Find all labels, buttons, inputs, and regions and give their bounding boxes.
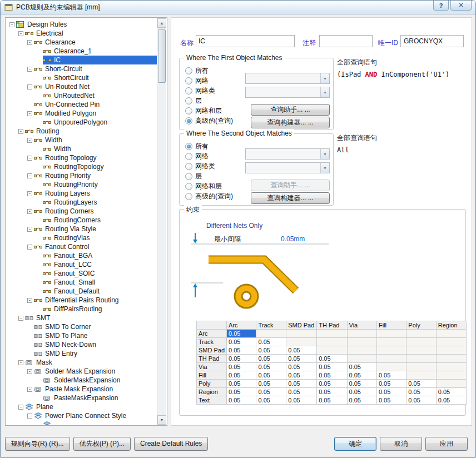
tree-item-content[interactable]: RoutingVias [43,233,157,242]
collapse-icon[interactable]: - [18,405,23,410]
collapse-icon[interactable]: - [27,67,32,72]
tree-item-plane[interactable]: -Plane [7,402,157,411]
tree-item-routing-layers[interactable]: -Routing Layers [7,189,157,198]
radio-option-1[interactable]: 网络 [185,76,233,86]
tree-item-content[interactable]: Fanout_SOIC [43,269,157,278]
tree-item-smd-entry[interactable]: SMD Entry [7,349,157,358]
tree-item-content[interactable]: SMT [25,313,157,322]
tree-item-un-connected-pin[interactable]: Un-Connected Pin [7,100,157,109]
tree-item-content[interactable]: UnpouredPolygon [43,118,157,127]
tree-item-smd-neck-down[interactable]: SMD Neck-Down [7,340,157,349]
collapse-icon[interactable]: - [27,138,32,143]
tree-item-power-plane-connect-style[interactable]: -Power Plane Connect Style [7,411,157,420]
tree-item-content[interactable]: RoutingCorners [43,216,157,225]
collapse-icon[interactable]: - [27,40,32,45]
radio-option-2[interactable]: 网络类 [185,86,233,96]
tree-item-content[interactable]: Routing Via Style [34,225,157,233]
radio-option-0[interactable]: 所有 [185,141,233,151]
collapse-icon[interactable]: - [27,227,32,232]
first-query-helper-button[interactable]: 查询助手... ... [251,104,330,116]
tree-item-content[interactable]: IC [43,56,157,64]
matrix-cell-text-arc[interactable]: 0.05 [227,396,256,405]
matrix-cell-region-arc[interactable]: 0.05 [227,388,256,396]
close-button[interactable]: ✕ [450,1,472,11]
tree-item-routing[interactable]: -Routing [7,127,157,136]
tree-item-content[interactable]: Plane [25,402,157,411]
collapse-icon[interactable]: - [18,31,23,36]
name-input[interactable] [196,35,295,47]
tree-item-content[interactable]: Paste Mask Expansion [34,385,157,394]
radio-icon[interactable] [185,163,192,170]
radio-option-5[interactable]: 高级的(查询) [185,116,233,126]
tree-item-routingpriority[interactable]: RoutingPriority [7,180,157,189]
matrix-cell-poly-smd-pad[interactable]: 0.05 [286,380,317,388]
tree-item-content[interactable]: UnRoutedNet [43,91,157,100]
create-default-rules-button[interactable]: Create Default Rules [134,437,208,451]
tree-item-routing-via-style[interactable]: -Routing Via Style [7,225,157,233]
tree-item-fanout-lcc[interactable]: Fanout_LCC [7,260,157,269]
tree-item-content[interactable]: Un-Routed Net [34,82,157,91]
matrix-cell-th-pad-arc[interactable]: 0.05 [227,355,256,363]
tree-item-content[interactable]: SMD Entry [34,349,157,358]
matrix-cell-region-track[interactable]: 0.05 [256,388,286,396]
tree-item-paste-mask-expansion[interactable]: -Paste Mask Expansion [7,385,157,394]
tree-item-content[interactable]: RoutingTopology [43,162,157,171]
collapse-icon[interactable]: - [27,156,32,161]
collapse-icon[interactable]: - [27,209,32,214]
radio-option-3[interactable]: 层 [185,171,233,181]
radio-option-4[interactable]: 网络和层 [185,181,233,191]
tree-item-clearance[interactable]: -Clearance [7,38,157,47]
second-query-builder-button[interactable]: 查询构建器... ... [251,192,330,204]
tree-item-un-routed-net[interactable]: -Un-Routed Net [7,82,157,91]
tree-item-fanout-small[interactable]: Fanout_Small [7,278,157,287]
collapse-icon[interactable]: - [27,387,32,392]
tree-item-ic[interactable]: IC [7,56,157,64]
tree-item-routinglayers[interactable]: RoutingLayers [7,198,157,207]
tree-item-content[interactable]: Solder Mask Expansion [34,367,157,376]
matrix-cell-track-arc[interactable]: 0.05 [227,338,256,346]
matrix-cell-text-region[interactable]: 0.05 [436,396,466,405]
radio-icon[interactable] [185,67,192,74]
tree-item-content[interactable]: Routing Corners [34,207,157,216]
tree-item-content[interactable]: Fanout_BGA [43,251,157,260]
tree-item-content[interactable]: Routing Topology [34,153,157,162]
radio-icon[interactable] [185,107,192,114]
matrix-cell-poly-poly[interactable]: 0.05 [406,380,436,388]
tree-item-differential-pairs-routing[interactable]: -Differential Pairs Routing [7,296,157,305]
tree-item-smt[interactable]: -SMT [7,313,157,322]
collapse-icon[interactable]: - [27,298,32,303]
tree-item-electrical[interactable]: -Electrical [7,29,157,38]
matrix-cell-region-via[interactable]: 0.05 [347,388,376,396]
help-button[interactable]: ? [433,1,449,11]
tree-item-routing-topology[interactable]: -Routing Topology [7,153,157,162]
collapse-icon[interactable]: - [27,173,32,178]
tree-item-content[interactable]: Clearance [34,38,157,47]
matrix-cell-text-poly[interactable]: 0.05 [406,396,436,405]
tree-item-content[interactable]: Power Plane Connect Style [34,411,157,420]
matrix-cell-region-smd-pad[interactable]: 0.05 [286,388,317,396]
tree-item-shortcircuit[interactable]: ShortCircuit [7,73,157,82]
collapse-icon[interactable]: - [27,369,32,374]
matrix-cell-region-region[interactable]: 0.05 [436,388,466,396]
priorities-button[interactable]: 优先权(P) (P)... [73,437,131,451]
tree-item-content[interactable]: SMD Neck-Down [34,340,157,349]
radio-icon[interactable] [185,183,192,190]
tree-scrollbar[interactable]: ▲ ▼ [157,18,166,425]
tree-item-content[interactable]: Design Rules [16,20,157,29]
tree-item-content[interactable]: RoutingPriority [43,180,157,189]
matrix-cell-th-pad-smd-pad[interactable]: 0.05 [286,355,317,363]
tree-item-content[interactable]: SMD To Corner [34,322,157,331]
tree-item-width[interactable]: -Width [7,136,157,145]
tree-item-mask[interactable]: -Mask [7,358,157,367]
collapse-icon[interactable]: - [18,360,23,365]
tree-item-content[interactable]: Electrical [25,29,157,38]
radio-icon[interactable] [185,77,192,84]
matrix-cell-th-pad-th-pad[interactable]: 0.05 [317,355,347,363]
collapse-icon[interactable]: - [27,84,32,89]
tree-item-fanout-default[interactable]: Fanout_Default [7,287,157,296]
collapse-icon[interactable]: - [9,22,14,27]
scroll-up-icon[interactable]: ▲ [157,18,166,28]
matrix-cell-text-smd-pad[interactable]: 0.05 [286,396,317,405]
collapse-icon[interactable]: - [18,316,23,321]
collapse-icon[interactable]: - [27,111,32,116]
